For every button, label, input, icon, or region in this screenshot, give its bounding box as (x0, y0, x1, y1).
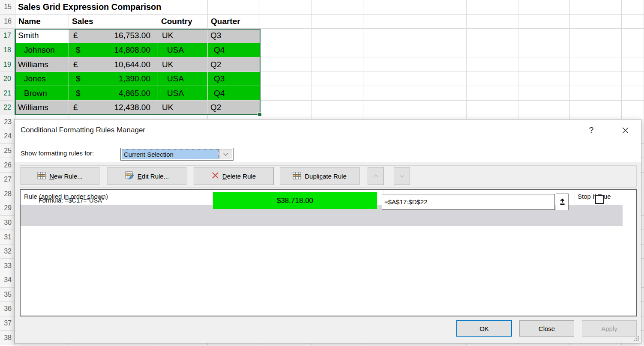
cell-K16[interactable] (570, 15, 622, 29)
row-header-37[interactable]: 37 (0, 316, 15, 331)
cell-G20[interactable] (363, 72, 415, 86)
cell-J17[interactable] (518, 29, 570, 43)
close-button[interactable]: Close (519, 320, 574, 337)
cell-E15[interactable] (260, 0, 312, 15)
cell-F19[interactable] (312, 57, 364, 72)
cell-D19[interactable]: Q2 (208, 57, 260, 72)
row-header-20[interactable]: 20 (0, 72, 15, 86)
row-header-24[interactable]: 24 (0, 129, 15, 144)
cell-H17[interactable] (415, 29, 467, 43)
cell-E16[interactable] (260, 15, 312, 29)
row-header-36[interactable]: 36 (0, 302, 15, 316)
cell-J22[interactable] (518, 101, 570, 115)
cell-C16[interactable]: Country (158, 15, 208, 29)
cell-G19[interactable] (363, 57, 415, 72)
cell-L22[interactable] (622, 101, 644, 115)
cell-C21[interactable]: USA (158, 86, 208, 101)
stop-if-true-checkbox[interactable] (595, 195, 604, 204)
cell-A22[interactable]: Williams (15, 101, 69, 115)
cell-I19[interactable] (467, 57, 518, 72)
cell-H20[interactable] (415, 72, 467, 86)
cell-L15[interactable] (622, 0, 644, 15)
cell-A17[interactable]: Smith (15, 29, 69, 43)
cell-I16[interactable] (467, 15, 518, 29)
row-header-25[interactable]: 25 (0, 144, 15, 158)
resize-grip[interactable] (634, 336, 639, 341)
cell-G17[interactable] (363, 29, 415, 43)
cell-J19[interactable] (518, 57, 570, 72)
sheet-title-cell[interactable]: Sales Grid Expression Comparison (15, 0, 69, 15)
cell-C15[interactable] (158, 0, 208, 15)
cell-B21[interactable]: $4,865.00 (69, 86, 158, 101)
cell-D17[interactable]: Q3 (208, 29, 260, 43)
cell-K22[interactable] (570, 101, 622, 115)
cell-I22[interactable] (467, 101, 518, 115)
cell-G18[interactable] (363, 43, 415, 58)
delete-rule-button[interactable]: Delete Rule (194, 167, 274, 185)
collapse-dialog-icon[interactable] (556, 194, 569, 210)
cell-E19[interactable] (260, 57, 312, 72)
cell-I21[interactable] (467, 86, 518, 101)
cell-D20[interactable]: Q3 (208, 72, 260, 86)
cell-G22[interactable] (363, 101, 415, 115)
cell-B22[interactable]: £12,438.00 (69, 101, 158, 115)
row-header-15[interactable]: 15 (0, 0, 15, 15)
cell-K17[interactable] (570, 29, 622, 43)
edit-rule-button[interactable]: Edit Rule... (108, 167, 186, 185)
row-header-29[interactable]: 29 (0, 201, 15, 216)
cell-H18[interactable] (415, 43, 467, 58)
cell-B20[interactable]: $1,390.00 (69, 72, 158, 86)
apply-button[interactable]: Apply (582, 320, 637, 337)
move-up-button[interactable] (368, 167, 384, 185)
cell-K21[interactable] (570, 86, 622, 101)
row-header-18[interactable]: 18 (0, 43, 15, 58)
cell-D16[interactable]: Quarter (208, 15, 260, 29)
row-header-30[interactable]: 30 (0, 216, 15, 230)
show-rules-dropdown[interactable]: Current Selection (120, 148, 234, 161)
cell-H16[interactable] (415, 15, 467, 29)
cell-L19[interactable] (622, 57, 644, 72)
cell-J18[interactable] (518, 43, 570, 58)
cell-B19[interactable]: £10,644.00 (69, 57, 158, 72)
cell-A19[interactable]: Williams (15, 57, 69, 72)
row-header-35[interactable]: 35 (0, 288, 15, 302)
row-header-34[interactable]: 34 (0, 273, 15, 288)
cell-G15[interactable] (363, 0, 415, 15)
row-header-33[interactable]: 33 (0, 259, 15, 273)
cell-H15[interactable] (415, 0, 467, 15)
cell-A20[interactable]: Jones (15, 72, 69, 86)
cell-L17[interactable] (622, 29, 644, 43)
cell-F16[interactable] (312, 15, 364, 29)
cell-K20[interactable] (570, 72, 622, 86)
cell-E20[interactable] (260, 72, 312, 86)
cell-F15[interactable] (312, 0, 364, 15)
cell-C18[interactable]: USA (158, 43, 208, 58)
cell-E21[interactable] (260, 86, 312, 101)
cell-E17[interactable] (260, 29, 312, 43)
cell-D18[interactable]: Q4 (208, 43, 260, 58)
cell-D15[interactable] (208, 0, 260, 15)
row-header-22[interactable]: 22 (0, 101, 15, 115)
cell-K18[interactable] (570, 43, 622, 58)
cell-D21[interactable]: Q4 (208, 86, 260, 101)
cell-H21[interactable] (415, 86, 467, 101)
row-header-21[interactable]: 21 (0, 86, 15, 101)
move-down-button[interactable] (394, 167, 410, 185)
cell-I20[interactable] (467, 72, 518, 86)
row-header-27[interactable]: 27 (0, 173, 15, 187)
cell-F21[interactable] (312, 86, 364, 101)
cell-A16[interactable]: Name (15, 15, 69, 29)
cell-B17[interactable]: £16,753.00 (69, 29, 158, 43)
applies-to-input[interactable] (382, 194, 555, 210)
new-rule-button[interactable]: New Rule... (21, 167, 99, 185)
cell-C22[interactable]: UK (158, 101, 208, 115)
fill-handle[interactable] (258, 112, 262, 116)
cell-I17[interactable] (467, 29, 518, 43)
cell-C17[interactable]: UK (158, 29, 208, 43)
cell-D22[interactable]: Q2 (208, 101, 260, 115)
row-header-16[interactable]: 16 (0, 15, 15, 29)
cell-A21[interactable]: Brown (15, 86, 69, 101)
cell-J20[interactable] (518, 72, 570, 86)
cell-B16[interactable]: Sales (69, 15, 158, 29)
row-header-19[interactable]: 19 (0, 57, 15, 72)
